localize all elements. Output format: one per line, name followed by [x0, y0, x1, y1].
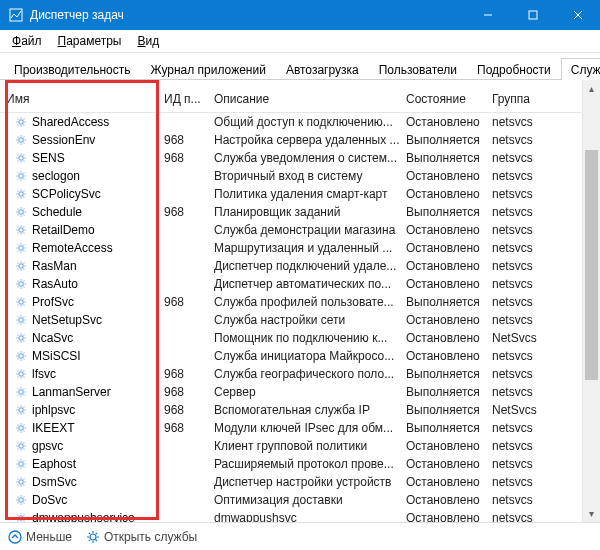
table-row[interactable]: SENS968Служба уведомления о систем...Вып…	[0, 149, 582, 167]
svg-point-149	[19, 408, 23, 412]
svg-line-164	[24, 431, 25, 432]
tab-perf[interactable]: Производительность	[4, 58, 140, 80]
svg-line-40	[18, 179, 19, 180]
table-row[interactable]: NcaSvcПомощник по подключению к...Остано…	[0, 329, 582, 347]
service-desc: Диспетчер подключений удале...	[208, 259, 400, 273]
table-row[interactable]: SCPolicySvcПолитика удаления смарт-картО…	[0, 185, 582, 203]
table-row[interactable]: SharedAccessОбщий доступ к подключению..…	[0, 113, 582, 131]
menu-file[interactable]: Файл	[4, 32, 50, 50]
tab-startup[interactable]: Автозагрузка	[276, 58, 369, 80]
svg-line-139	[18, 377, 19, 378]
svg-line-22	[18, 143, 19, 144]
svg-line-21	[24, 137, 25, 138]
col-header-name[interactable]: Имя	[0, 92, 158, 106]
table-row[interactable]: RetailDemoСлужба демонстрации магазинаОс…	[0, 221, 582, 239]
service-group: netsvcs	[486, 241, 562, 255]
col-header-group[interactable]: Группа	[486, 92, 562, 106]
fewer-details-button[interactable]: Меньше	[8, 530, 72, 544]
close-button[interactable]	[555, 0, 600, 30]
service-state: Выполняется	[400, 403, 486, 417]
service-desc: Клиент групповой политики	[208, 439, 400, 453]
service-group: netsvcs	[486, 205, 562, 219]
service-desc: Общий доступ к подключению...	[208, 115, 400, 129]
tab-details[interactable]: Подробности	[467, 58, 561, 80]
svg-line-172	[18, 443, 19, 444]
service-desc: Служба профилей пользовате...	[208, 295, 400, 309]
svg-line-181	[18, 461, 19, 462]
table-row[interactable]: iphlpsvc968Вспомогательная служба IPВыпо…	[0, 401, 582, 419]
svg-line-49	[18, 197, 19, 198]
col-header-state[interactable]: Состояние	[400, 92, 486, 106]
tab-services[interactable]: Службы	[561, 58, 600, 80]
svg-line-64	[18, 227, 19, 228]
service-group: netsvcs	[486, 511, 562, 522]
service-gear-icon	[14, 385, 28, 399]
service-gear-icon	[14, 421, 28, 435]
service-group: NetSvcs	[486, 331, 562, 345]
service-group: netsvcs	[486, 187, 562, 201]
svg-line-184	[18, 467, 19, 468]
table-row[interactable]: RasAutoДиспетчер автоматических по...Ост…	[0, 275, 582, 293]
svg-line-202	[18, 503, 19, 504]
table-row[interactable]: EaphostРасширяемый протокол прове...Оста…	[0, 455, 582, 473]
service-state: Остановлено	[400, 349, 486, 363]
col-header-desc[interactable]: Описание	[208, 92, 400, 106]
table-row[interactable]: NetSetupSvcСлужба настройки сетиОстановл…	[0, 311, 582, 329]
service-name: RemoteAccess	[32, 241, 113, 255]
scroll-thumb[interactable]	[585, 150, 598, 380]
menu-view[interactable]: Вид	[129, 32, 167, 50]
table-row[interactable]: RemoteAccessМаршрутизация и удаленный ..…	[0, 239, 582, 257]
service-gear-icon	[14, 241, 28, 255]
service-state: Выполняется	[400, 421, 486, 435]
table-row[interactable]: SessionEnv968Настройка сервера удаленных…	[0, 131, 582, 149]
table-row[interactable]: dmwappushservicedmwappushsvcОстановленоn…	[0, 509, 582, 522]
table-row[interactable]: MSiSCSIСлужба инициатора Майкросо...Оста…	[0, 347, 582, 365]
service-state: Остановлено	[400, 169, 486, 183]
svg-line-38	[24, 179, 25, 180]
service-pid: 968	[158, 421, 208, 435]
svg-line-10	[18, 119, 19, 120]
table-row[interactable]: ProfSvc968Служба профилей пользовате...В…	[0, 293, 582, 311]
scroll-down-button[interactable]: ▾	[583, 505, 600, 522]
svg-line-67	[18, 233, 19, 234]
table-row[interactable]: gpsvcКлиент групповой политикиОстановлен…	[0, 437, 582, 455]
svg-point-41	[19, 192, 23, 196]
service-pid: 968	[158, 205, 208, 219]
col-header-pid[interactable]: ИД п...	[158, 92, 208, 106]
table-row[interactable]: LanmanServer968СерверВыполняетсяnetsvcs	[0, 383, 582, 401]
service-group: netsvcs	[486, 313, 562, 327]
service-name: ProfSvc	[32, 295, 74, 309]
tab-apphist[interactable]: Журнал приложений	[140, 58, 275, 80]
table-row[interactable]: IKEEXT968Модули ключей IPsec для обм...В…	[0, 419, 582, 437]
maximize-button[interactable]	[510, 0, 555, 30]
service-name: lfsvc	[32, 367, 56, 381]
service-pid: 968	[158, 367, 208, 381]
svg-line-85	[18, 269, 19, 270]
table-row[interactable]: DsmSvcДиспетчер настройки устройствОстан…	[0, 473, 582, 491]
service-state: Остановлено	[400, 475, 486, 489]
service-state: Остановлено	[400, 439, 486, 453]
svg-point-122	[19, 354, 23, 358]
minimize-button[interactable]	[465, 0, 510, 30]
services-panel: Имя ИД п... Описание Состояние Группа Sh…	[0, 80, 600, 522]
tab-users[interactable]: Пользователи	[369, 58, 467, 80]
svg-point-113	[19, 336, 23, 340]
open-services-button[interactable]: Открыть службы	[86, 530, 197, 544]
menu-options[interactable]: Параметры	[50, 32, 130, 50]
service-desc: Служба настройки сети	[208, 313, 400, 327]
svg-line-11	[24, 125, 25, 126]
scroll-up-button[interactable]: ▴	[583, 80, 600, 97]
vertical-scrollbar[interactable]: ▴ ▾	[582, 80, 600, 522]
svg-line-75	[24, 245, 25, 246]
table-row[interactable]: Schedule968Планировщик заданийВыполняетс…	[0, 203, 582, 221]
table-row[interactable]: DoSvcОптимизация доставкиОстановленоnets…	[0, 491, 582, 509]
table-row[interactable]: seclogonВторичный вход в системуОстановл…	[0, 167, 582, 185]
table-row[interactable]: lfsvc968Служба географического поло...Вы…	[0, 365, 582, 383]
svg-line-101	[24, 305, 25, 306]
svg-line-192	[24, 479, 25, 480]
service-name: DoSvc	[32, 493, 67, 507]
service-state: Остановлено	[400, 331, 486, 345]
service-group: netsvcs	[486, 493, 562, 507]
svg-line-31	[18, 161, 19, 162]
table-row[interactable]: RasManДиспетчер подключений удале...Оста…	[0, 257, 582, 275]
